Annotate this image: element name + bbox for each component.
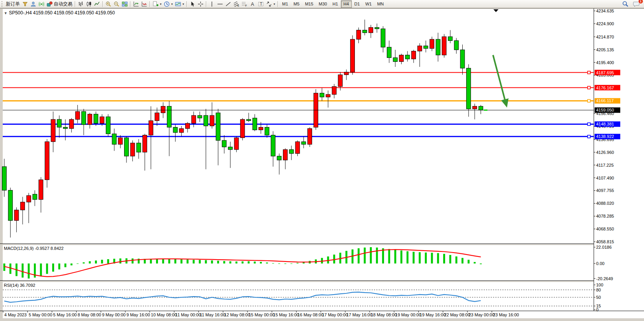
macd-histogram-bar — [254, 262, 256, 263]
date-tick-label: 5 May 16:00 — [53, 312, 77, 317]
vertical-line-button[interactable] — [208, 0, 216, 8]
macd-histogram-bar — [407, 251, 409, 263]
timeframe-button-d1[interactable]: D1 — [352, 0, 363, 8]
hline-anchor-square[interactable] — [588, 123, 590, 126]
cursor-button[interactable] — [188, 0, 197, 8]
svg-text:F: F — [245, 4, 247, 7]
zoom-in-button[interactable] — [104, 0, 112, 8]
vline-icon — [209, 1, 215, 7]
macd-histogram-bar — [272, 263, 274, 263]
price-tick-label: 4097.755 — [596, 188, 614, 193]
new-order-button[interactable]: 新订单 — [5, 0, 21, 8]
horizontal-line-button[interactable] — [216, 0, 224, 8]
price-tick-label: 4126.960 — [596, 150, 614, 155]
timeframe-button-h4[interactable]: H4 — [341, 0, 352, 8]
arrows-tool-button[interactable]: ▾ — [265, 0, 276, 8]
timeframe-button-mn[interactable]: MN — [374, 0, 386, 8]
fibo-icon: F — [242, 1, 247, 7]
auto-trading-button[interactable]: 自动交易 — [46, 0, 74, 8]
timeframe-button-w1[interactable]: W1 — [363, 0, 375, 8]
macd-histogram-bar — [211, 260, 213, 263]
price-tick-label: 4117.225 — [596, 163, 614, 167]
candle — [350, 35, 354, 75]
chart-bars-button[interactable] — [77, 0, 85, 8]
macd-histogram-bar — [412, 252, 414, 263]
timeframe-button-h1[interactable]: H1 — [330, 0, 340, 8]
macd-histogram-bar — [437, 253, 439, 263]
hline-anchor-square[interactable] — [588, 135, 590, 138]
window-bottom-strip — [0, 318, 644, 321]
templates-button[interactable]: ▾ — [174, 0, 185, 8]
profile-icon-button[interactable] — [29, 0, 37, 8]
zoom-out-button[interactable] — [112, 0, 121, 8]
dropdown-caret-icon: ▾ — [160, 2, 161, 6]
arrows-icon — [266, 1, 272, 7]
svg-text:E: E — [237, 4, 239, 7]
toolbar-grip[interactable] — [2, 1, 3, 7]
chart-candles-button[interactable] — [85, 0, 93, 8]
macd-histogram-bar — [449, 255, 451, 263]
tline-icon — [225, 1, 231, 7]
hline-price-label: 4138.922 — [596, 134, 614, 139]
equidistant-channel-button[interactable]: E — [232, 0, 240, 8]
tile-windows-button[interactable] — [121, 0, 129, 8]
date-tick-label: 12 May 08:00 — [224, 312, 250, 317]
macd-histogram-bar — [132, 258, 133, 263]
macd-histogram-bar — [327, 256, 329, 263]
autotrade-icon — [47, 1, 53, 7]
macd-histogram-bar — [168, 259, 170, 263]
labelT-icon: T — [258, 1, 264, 7]
date-tick-label: 16 May 08:00 — [298, 312, 324, 317]
addind-icon — [153, 1, 158, 7]
macd-histogram-bar — [89, 261, 91, 263]
timeframe-button-m5[interactable]: M5 — [291, 0, 302, 8]
funnel-icon — [22, 1, 28, 7]
signals-icon-button[interactable] — [37, 0, 46, 8]
hline-anchor-square[interactable] — [588, 99, 590, 102]
chat-button[interactable]: 1 — [632, 0, 641, 8]
indicators-window-button[interactable] — [132, 0, 140, 8]
macd-histogram-bar — [419, 252, 421, 263]
indicators-separate-button[interactable] — [140, 0, 148, 8]
timeframe-button-m15[interactable]: M15 — [302, 0, 316, 8]
macd-histogram-bar — [52, 263, 54, 272]
trendline-button[interactable] — [224, 0, 232, 8]
periods-menu-button[interactable]: ▾ — [163, 0, 174, 8]
date-tick-label: 17 May 00:00 — [322, 312, 348, 317]
rsi-tick-label: 100 — [596, 283, 603, 287]
macd-histogram-bar — [199, 260, 201, 263]
macd-histogram-bar — [162, 259, 164, 263]
macd-histogram-bar — [394, 250, 396, 263]
chart-background — [0, 8, 644, 321]
chart-line-button[interactable] — [93, 0, 101, 8]
date-tick-label: 17 May 16:00 — [346, 312, 372, 317]
timeframe-button-m1[interactable]: M1 — [279, 0, 291, 8]
add-indicator-button[interactable]: ▾ — [151, 0, 163, 8]
new-order-button-label: 新订单 — [6, 1, 20, 7]
trading-terminal-window: 新订单自动交易▾▾▾EFAT▾M1M5M15M30H1H4D1W1MN1 423… — [0, 0, 644, 321]
channel-icon: E — [233, 1, 239, 7]
search-button[interactable] — [621, 0, 630, 8]
text-button[interactable]: A — [249, 0, 257, 8]
hline-anchor-square[interactable] — [588, 71, 590, 74]
candle — [442, 34, 446, 58]
text-label-button[interactable]: T — [257, 0, 265, 8]
cursor-icon — [190, 1, 195, 7]
date-tick-label: 11 May 00:00 — [175, 312, 201, 317]
timeframe-button-m30[interactable]: M30 — [316, 0, 330, 8]
chart-canvas[interactable]: 4234.6354224.9004214.8704205.1354195.400… — [0, 8, 644, 321]
funnel-icon-button[interactable] — [21, 0, 29, 8]
crosshair-button[interactable] — [197, 0, 205, 8]
date-tick-label: 5 May 00:00 — [29, 312, 53, 317]
hline-anchor-square[interactable] — [588, 86, 590, 89]
date-tick-label: 9 May 16:00 — [126, 312, 150, 317]
fibonacci-button[interactable]: F — [240, 0, 249, 8]
date-tick-label: 11 May 16:00 — [200, 312, 225, 317]
tiles-icon — [122, 1, 128, 7]
toolbar-separator — [130, 1, 131, 7]
macd-histogram-bar — [290, 263, 292, 264]
current-price-label: 4159.050 — [596, 108, 614, 112]
macd-tick-label: -20.2649 — [596, 276, 613, 281]
date-tick-label: 23 May 00:00 — [469, 312, 495, 317]
date-tick-label: 4 May 2023 — [4, 312, 26, 317]
